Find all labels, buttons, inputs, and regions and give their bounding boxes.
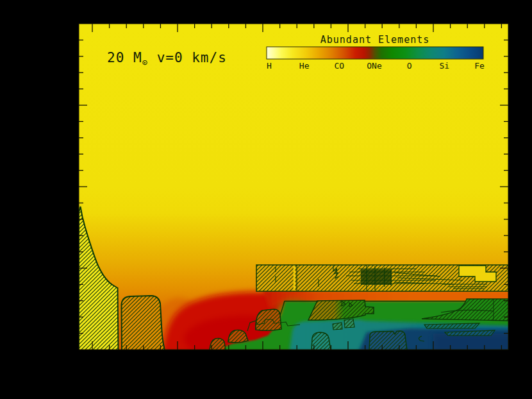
colorbar-label-O: O [407,61,412,71]
figure-stage: Abundant Elements HHeCOONeOSiFe 20 M⊙ v=… [0,0,532,399]
colorbar-gradient [267,47,483,59]
model-annotation: 20 M⊙ v=0 km/s [107,50,227,67]
colorbar-label-ONe: ONe [367,61,382,71]
colorbar-label-H: H [267,61,272,71]
colorbar-label-Si: Si [440,61,450,71]
colorbar-label-CO: CO [335,61,345,71]
convective-zone-he-core [122,296,165,350]
colorbar-title: Abundant Elements [320,34,430,46]
convective-band-h-shell [256,265,508,291]
colorbar-label-Fe: Fe [474,61,485,71]
kippenhahn-figure: Abundant Elements HHeCOONeOSiFe 20 M⊙ v=… [0,0,532,399]
colorbar-label-He: He [299,61,310,71]
plot-area: Abundant Elements HHeCOONeOSiFe 20 M⊙ v=… [79,24,517,369]
